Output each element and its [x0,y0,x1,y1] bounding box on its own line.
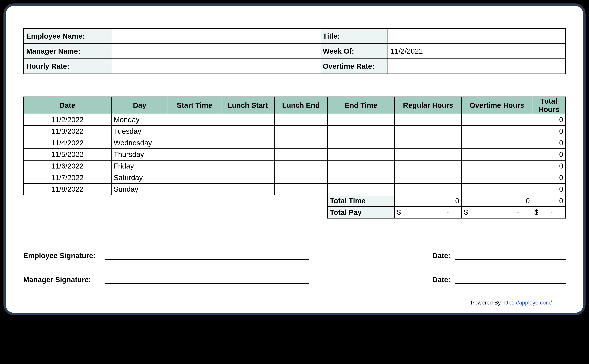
total-time-label: Total Time [328,195,395,207]
manager-name-label: Manager Name: [24,44,112,59]
cell-total-hours: 0 [532,160,566,172]
cell-regular-hours[interactable] [395,114,462,126]
timesheet-header-row: Date Day Start Time Lunch Start Lunch En… [24,97,566,114]
cell-regular-hours[interactable] [395,183,462,195]
cell-lunch-end[interactable] [274,160,328,172]
manager-name-value[interactable] [112,44,320,59]
total-time-regular: 0 [395,195,462,207]
cell-end-time[interactable] [328,126,395,137]
total-time-row: Total Time 0 0 0 [24,195,566,207]
cell-lunch-start[interactable] [221,172,274,183]
manager-signature-row: Manager Signature: Date: [23,275,566,284]
cell-regular-hours[interactable] [395,126,462,137]
cell-lunch-end[interactable] [274,149,328,160]
cell-total-hours: 0 [532,183,566,195]
footer: Powered By https://apploye.com/ [23,299,566,306]
manager-date-line[interactable] [455,275,566,284]
cell-overtime-hours[interactable] [462,149,532,160]
cell-lunch-end[interactable] [274,126,328,137]
total-time-total: 0 [532,195,566,207]
timesheet-row: 11/7/2022Saturday0 [24,172,566,183]
cell-start-time[interactable] [168,126,221,137]
hourly-rate-label: Hourly Rate: [24,59,112,74]
header-start-time: Start Time [168,97,221,114]
cell-overtime-hours[interactable] [462,160,532,172]
cell-date: 11/6/2022 [24,160,111,172]
employee-info-table: Employee Name: Title: Manager Name: Week… [23,28,566,74]
cell-day: Monday [111,114,168,126]
employee-signature-line[interactable] [105,251,309,260]
cell-day: Sunday [111,183,168,195]
cell-end-time[interactable] [328,172,395,183]
week-of-value[interactable]: 11/2/2022 [388,44,566,59]
cell-overtime-hours[interactable] [462,137,532,149]
cell-end-time[interactable] [328,183,395,195]
overtime-rate-label: Overtime Rate: [320,59,388,74]
cell-lunch-start[interactable] [221,149,274,160]
header-overtime-hours: Overtime Hours [462,97,532,114]
manager-signature-line[interactable] [105,275,309,284]
cell-overtime-hours[interactable] [462,172,532,183]
info-row-2: Manager Name: Week Of: 11/2/2022 [24,44,566,59]
header-date: Date [24,97,111,114]
cell-end-time[interactable] [328,137,395,149]
title-value[interactable] [388,29,566,44]
manager-signature-label: Manager Signature: [23,276,105,284]
title-label: Title: [320,29,388,44]
apploye-link[interactable]: https://apploye.com/ [502,299,552,306]
cell-lunch-end[interactable] [274,137,328,149]
employee-date-line[interactable] [455,251,566,260]
cell-regular-hours[interactable] [395,172,462,183]
cell-start-time[interactable] [168,149,221,160]
overtime-rate-value[interactable] [388,59,566,74]
hourly-rate-value[interactable] [112,59,320,74]
cell-lunch-start[interactable] [221,114,274,126]
timesheet-row: 11/6/2022Friday0 [24,160,566,172]
cell-lunch-start[interactable] [221,160,274,172]
cell-lunch-end[interactable] [274,172,328,183]
cell-lunch-start[interactable] [221,126,274,137]
cell-date: 11/4/2022 [24,137,111,149]
cell-overtime-hours[interactable] [462,114,532,126]
cell-start-time[interactable] [168,160,221,172]
cell-start-time[interactable] [168,183,221,195]
timesheet-row: 11/2/2022Monday0 [24,114,566,126]
signature-section: Employee Signature: Date: Manager Signat… [23,251,566,284]
total-time-overtime: 0 [462,195,532,207]
cell-end-time[interactable] [328,114,395,126]
total-pay-regular: $- [395,207,462,218]
header-total-hours: Total Hours [532,97,566,114]
cell-regular-hours[interactable] [395,160,462,172]
cell-end-time[interactable] [328,149,395,160]
cell-overtime-hours[interactable] [462,126,532,137]
info-row-1: Employee Name: Title: [24,29,566,44]
cell-regular-hours[interactable] [395,149,462,160]
cell-total-hours: 0 [532,114,566,126]
cell-date: 11/3/2022 [24,126,111,137]
cell-lunch-start[interactable] [221,183,274,195]
cell-lunch-end[interactable] [274,183,328,195]
cell-start-time[interactable] [168,172,221,183]
cell-lunch-start[interactable] [221,137,274,149]
header-day: Day [111,97,168,114]
cell-start-time[interactable] [168,114,221,126]
total-pay-label: Total Pay [328,207,395,218]
header-lunch-end: Lunch End [274,97,328,114]
info-row-3: Hourly Rate: Overtime Rate: [24,59,566,74]
employee-signature-row: Employee Signature: Date: [23,251,566,260]
cell-lunch-end[interactable] [274,114,328,126]
cell-end-time[interactable] [328,160,395,172]
cell-regular-hours[interactable] [395,137,462,149]
cell-start-time[interactable] [168,137,221,149]
header-regular-hours: Regular Hours [395,97,462,114]
cell-overtime-hours[interactable] [462,183,532,195]
cell-total-hours: 0 [532,172,566,183]
timesheet-document: Employee Name: Title: Manager Name: Week… [3,3,586,315]
cell-day: Saturday [111,172,168,183]
cell-date: 11/5/2022 [24,149,111,160]
employee-name-value[interactable] [112,29,320,44]
cell-day: Wednesday [111,137,168,149]
header-lunch-start: Lunch Start [221,97,274,114]
cell-day: Friday [111,160,168,172]
cell-date: 11/8/2022 [24,183,111,195]
